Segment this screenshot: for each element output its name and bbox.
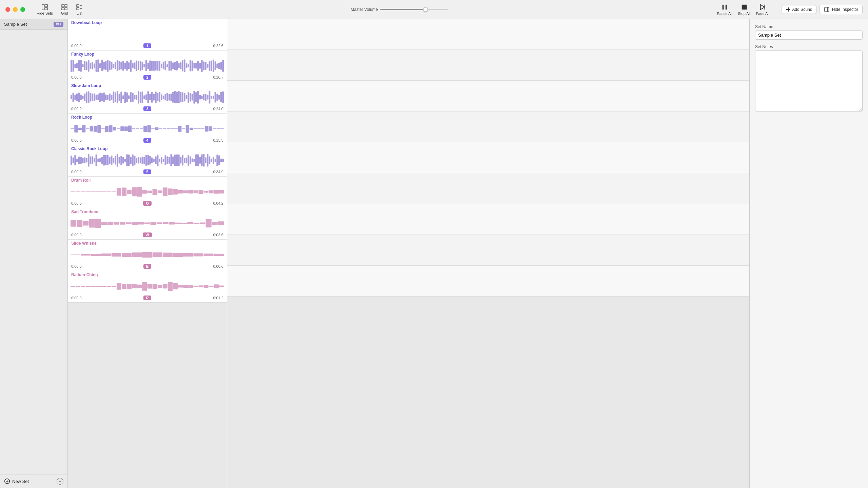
waveform-display xyxy=(68,120,227,137)
svg-rect-236 xyxy=(172,92,174,103)
svg-rect-239 xyxy=(178,91,180,103)
svg-rect-252 xyxy=(203,94,205,100)
hide-inspector-button[interactable]: Hide Inspector xyxy=(820,5,863,14)
svg-rect-134 xyxy=(130,60,132,72)
svg-rect-104 xyxy=(73,60,74,72)
svg-rect-206 xyxy=(115,93,116,102)
svg-rect-443 xyxy=(122,253,132,257)
list-item[interactable]: Slide Whistle 0:00.0 E 0:00.6 xyxy=(68,240,227,271)
svg-rect-334 xyxy=(130,157,132,164)
list-item[interactable]: Classic Rock Loop 0:00.0 5 0:34.9 xyxy=(68,145,227,177)
sound-footer: 0:00.0 1 0:22.6 xyxy=(68,43,227,50)
svg-rect-431 xyxy=(181,223,187,224)
svg-rect-288 xyxy=(166,128,170,129)
svg-rect-217 xyxy=(136,95,138,100)
svg-rect-115 xyxy=(94,64,95,68)
svg-rect-109 xyxy=(82,64,84,67)
svg-rect-265 xyxy=(78,128,82,130)
svg-rect-181 xyxy=(220,62,222,70)
svg-rect-225 xyxy=(151,92,153,102)
svg-rect-369 xyxy=(197,154,199,166)
svg-rect-222 xyxy=(145,94,147,100)
svg-rect-257 xyxy=(213,96,214,99)
svg-rect-1 xyxy=(45,4,47,7)
svg-rect-227 xyxy=(155,92,157,103)
svg-rect-264 xyxy=(74,125,78,133)
svg-rect-374 xyxy=(207,154,209,167)
waveform-display xyxy=(68,183,227,200)
svg-rect-216 xyxy=(134,95,136,100)
hotkey-badge: 2 xyxy=(143,75,151,80)
svg-rect-331 xyxy=(124,159,126,162)
maximize-button[interactable] xyxy=(20,7,25,12)
svg-rect-184 xyxy=(73,93,74,102)
list-item[interactable]: Funky Loop 0:00.0 2 0:10.7 xyxy=(68,50,227,82)
svg-rect-137 xyxy=(136,60,138,71)
list-item[interactable]: Sad Trombone 0:00.0 W 0:03.6 xyxy=(68,208,227,240)
svg-rect-405 xyxy=(183,190,188,193)
set-notes-textarea[interactable] xyxy=(755,50,863,111)
svg-rect-193 xyxy=(90,93,92,102)
svg-rect-107 xyxy=(78,60,80,71)
svg-rect-302 xyxy=(220,128,224,129)
list-item[interactable]: Rock Loop 0:00.0 4 0:15.3 xyxy=(68,114,227,145)
svg-rect-304 xyxy=(73,157,74,163)
hotkey-badge: 4 xyxy=(143,138,151,143)
svg-rect-335 xyxy=(132,155,134,166)
sidebar-item-sample-set[interactable]: Sample Set ⌘1 xyxy=(0,19,67,30)
fade-all-button[interactable]: Fade All xyxy=(756,3,769,16)
stop-all-button[interactable]: Stop All xyxy=(738,3,750,16)
minimize-button[interactable] xyxy=(13,7,18,12)
svg-rect-228 xyxy=(157,93,159,101)
svg-rect-441 xyxy=(101,253,111,256)
svg-rect-277 xyxy=(124,126,128,131)
close-button[interactable] xyxy=(5,7,10,12)
svg-rect-390 xyxy=(106,191,111,192)
svg-rect-463 xyxy=(122,284,126,289)
svg-rect-398 xyxy=(147,191,152,193)
svg-rect-440 xyxy=(91,254,101,256)
svg-rect-418 xyxy=(101,222,107,225)
pause-all-button[interactable]: Pause All xyxy=(717,3,732,16)
remove-set-button[interactable]: − xyxy=(57,478,63,485)
svg-rect-179 xyxy=(216,64,218,68)
svg-rect-333 xyxy=(128,155,130,166)
svg-rect-316 xyxy=(96,155,97,166)
sidebar: Sample Set ⌘1 New Set − xyxy=(0,19,68,488)
svg-rect-248 xyxy=(195,92,197,102)
svg-rect-368 xyxy=(195,154,197,166)
new-set-button[interactable]: New Set xyxy=(4,478,29,484)
svg-rect-169 xyxy=(197,61,199,71)
svg-rect-211 xyxy=(124,92,126,103)
svg-rect-358 xyxy=(176,155,178,166)
svg-rect-232 xyxy=(164,94,166,101)
grid-button[interactable]: Grid xyxy=(58,2,72,17)
add-sound-button[interactable]: Add Sound xyxy=(782,5,816,14)
svg-rect-460 xyxy=(106,286,111,287)
svg-rect-158 xyxy=(176,61,178,70)
svg-rect-321 xyxy=(105,155,107,165)
svg-rect-470 xyxy=(158,285,162,288)
list-item[interactable]: Downbeat Loop // Will be generated via J… xyxy=(68,19,227,50)
sound-name: Slide Whistle xyxy=(68,240,227,246)
svg-rect-457 xyxy=(91,286,96,287)
svg-rect-376 xyxy=(211,159,212,162)
list-button[interactable]: List xyxy=(73,2,86,17)
sound-footer: 0:00.0 R 0:01.2 xyxy=(68,295,227,302)
svg-rect-305 xyxy=(74,155,76,165)
svg-rect-478 xyxy=(199,285,203,287)
svg-rect-238 xyxy=(176,92,178,103)
list-item[interactable]: Slow Jam Loop 0:00.0 3 0:24.0 xyxy=(68,82,227,114)
svg-rect-480 xyxy=(209,286,214,287)
svg-rect-191 xyxy=(86,92,87,103)
list-item[interactable]: Badum-Ching 0:00.0 R 0:01.2 xyxy=(68,271,227,303)
svg-rect-450 xyxy=(193,253,203,257)
svg-rect-453 xyxy=(71,286,75,287)
set-name-input[interactable] xyxy=(755,30,863,40)
svg-rect-0 xyxy=(42,4,44,10)
volume-slider[interactable] xyxy=(380,9,448,10)
svg-rect-293 xyxy=(186,125,189,133)
hide-sets-button[interactable]: Hide Sets xyxy=(33,2,56,17)
list-item[interactable]: Drum Roll 0:00.0 Q 0:04.2 xyxy=(68,177,227,208)
svg-rect-345 xyxy=(151,158,153,163)
